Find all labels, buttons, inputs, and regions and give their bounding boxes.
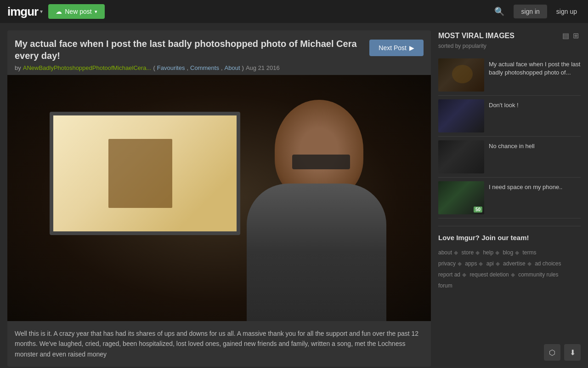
footer-link-report-ad[interactable]: report ad — [438, 271, 460, 278]
footer-links: about◆ store◆ help◆ blog◆ terms privacy◆… — [438, 247, 581, 291]
person-area — [177, 100, 410, 322]
viral-item[interactable]: No chance in hell — [438, 137, 581, 178]
viral-thumb — [438, 140, 484, 173]
header: imgur ▾ ☁ New post ▾ 🔍 sign in sign up — [0, 0, 588, 23]
footer-link-advertise[interactable]: advertise — [503, 260, 526, 267]
next-post-arrow: ▶ — [409, 44, 414, 52]
tag-comma1: , — [187, 64, 188, 71]
logo-area: imgur ▾ — [7, 5, 43, 19]
viral-item[interactable]: 50 I need space on my phone.. — [438, 178, 581, 218]
footer-link-blog[interactable]: blog — [503, 249, 513, 256]
post-image-container — [7, 75, 431, 321]
thumb-bg — [438, 99, 484, 132]
footer-link-community-rules[interactable]: community rules — [518, 271, 558, 278]
viral-item-title: Don't look ! — [489, 99, 581, 109]
footer-link-ad-choices[interactable]: ad choices — [535, 260, 561, 267]
view-list-icon[interactable]: ▤ — [560, 30, 571, 41]
thumb-bg — [438, 58, 484, 92]
next-post-button[interactable]: Next Post ▶ — [369, 40, 424, 56]
most-viral-title: MOST VIRAL IMAGES — [438, 32, 560, 40]
post-meta: by ANewBadlyPhotoshoppedPhotoofMichaelCe… — [15, 64, 362, 71]
glasses — [292, 155, 350, 170]
logo-text[interactable]: imgur — [7, 5, 38, 19]
post-title: My actual face when I post the last badl… — [15, 38, 362, 62]
sorted-by-label: sorted by popularity — [438, 43, 581, 49]
viral-thumb — [438, 99, 484, 132]
join-team-section: Love Imgur? Join our team! about◆ store◆… — [438, 234, 581, 291]
most-viral-header: MOST VIRAL IMAGES ▤ ⊞ — [438, 30, 581, 41]
tag-comma2: , — [221, 64, 223, 71]
tag-about[interactable]: About — [225, 64, 240, 71]
viral-item[interactable]: Don't look ! — [438, 96, 581, 137]
sign-in-button[interactable]: sign in — [514, 5, 547, 18]
sign-up-button[interactable]: sign up — [553, 5, 581, 18]
by-label: by — [15, 64, 21, 71]
tag-comments[interactable]: Comments — [190, 64, 219, 71]
footer-link-request-deletion[interactable]: request deletion — [469, 271, 509, 278]
footer-link-api[interactable]: api — [486, 260, 494, 267]
post-header: My actual face when I post the last badl… — [7, 30, 431, 75]
post-date: Aug 21 2016 — [246, 64, 280, 71]
footer-link-store[interactable]: store — [461, 249, 474, 256]
viral-thumb — [438, 58, 484, 92]
viral-item-title: I need space on my phone.. — [489, 181, 581, 191]
viral-item-title: No chance in hell — [489, 140, 581, 150]
new-post-button[interactable]: ☁ New post ▾ — [48, 4, 104, 19]
footer-link-privacy[interactable]: privacy — [438, 260, 456, 267]
tags-close: ) — [242, 64, 244, 71]
download-button[interactable]: ⬇ — [564, 344, 581, 361]
post-description: Well this is it. A crazy year that has h… — [7, 321, 431, 367]
sidebar-divider — [438, 226, 581, 226]
logo-dropdown-icon[interactable]: ▾ — [40, 8, 43, 15]
viral-item[interactable]: My actual face when I post the last badl… — [438, 55, 581, 96]
footer-link-terms[interactable]: terms — [522, 249, 536, 256]
footer-link-forum[interactable]: forum — [438, 282, 452, 289]
viral-item-title: My actual face when I post the last badl… — [489, 58, 581, 77]
share-button[interactable]: ⬡ — [544, 344, 560, 361]
thumb-bg — [438, 140, 484, 173]
bottom-right-icons: ⬡ ⬇ — [544, 344, 581, 361]
join-team-title: Love Imgur? Join our team! — [438, 234, 581, 242]
tag-favourites[interactable]: Favourites — [157, 64, 185, 71]
person-body — [247, 184, 386, 321]
next-post-label: Next Post — [379, 44, 407, 52]
left-content: My actual face when I post the last badl… — [7, 30, 431, 367]
new-post-label: New post — [65, 8, 91, 15]
post-image — [7, 75, 431, 321]
search-icon[interactable]: 🔍 — [491, 5, 508, 18]
chevron-icon: ▾ — [95, 9, 97, 15]
footer-link-help[interactable]: help — [483, 249, 493, 256]
cloud-icon: ☁ — [56, 8, 62, 15]
footer-link-apps[interactable]: apps — [465, 260, 477, 267]
view-grid-icon[interactable]: ⊞ — [571, 30, 581, 41]
main-layout: My actual face when I post the last badl… — [0, 23, 588, 368]
thumb-badge: 50 — [474, 207, 482, 213]
right-sidebar: MOST VIRAL IMAGES ▤ ⊞ sorted by populari… — [438, 30, 581, 367]
viral-thumb: 50 — [438, 181, 484, 214]
footer-link-about[interactable]: about — [438, 249, 452, 256]
thumb-bg: 50 — [438, 181, 484, 214]
post-author[interactable]: ANewBadlyPhotoshoppedPhotoofMichaelCera.… — [23, 64, 152, 71]
post-title-area: My actual face when I post the last badl… — [15, 38, 362, 71]
tags-open: ( — [153, 64, 155, 71]
